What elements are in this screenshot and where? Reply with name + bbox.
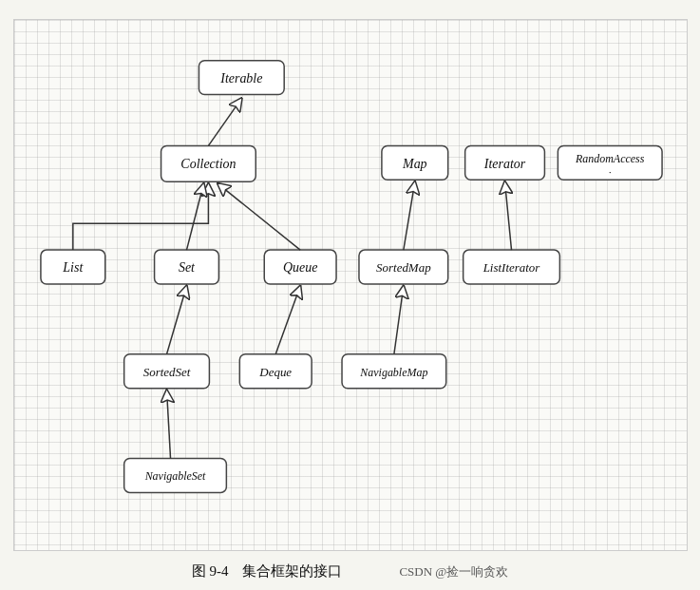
svg-line-31 xyxy=(186,183,203,250)
svg-text:SortedMap: SortedMap xyxy=(376,260,431,275)
svg-line-35 xyxy=(166,286,186,354)
svg-text:NavigableMap: NavigableMap xyxy=(359,366,427,379)
caption-text: 图 9-4 集合框架的接口 xyxy=(192,562,343,580)
svg-text:Iterator: Iterator xyxy=(482,157,525,171)
svg-line-38 xyxy=(166,390,170,459)
svg-text:Iterable: Iterable xyxy=(219,71,262,86)
svg-line-34 xyxy=(504,181,511,250)
svg-text:NavigableSet: NavigableSet xyxy=(143,469,205,483)
svg-text:Map: Map xyxy=(402,157,427,171)
diagram-svg: Iterable Collection List Set Queue Map I… xyxy=(14,20,687,550)
diagram-wrapper: Iterable Collection List Set Queue Map I… xyxy=(13,19,688,551)
figure-caption: 图 9-4 集合框架的接口 CSDN @捡一响贪欢 xyxy=(192,562,509,580)
svg-text:SortedSet: SortedSet xyxy=(142,365,190,379)
svg-text:Queue: Queue xyxy=(282,260,316,275)
svg-line-32 xyxy=(218,183,300,250)
caption-credit: CSDN @捡一响贪欢 xyxy=(399,563,508,580)
svg-text:List: List xyxy=(62,260,84,275)
figure-title: 集合框架的接口 xyxy=(242,563,342,579)
svg-line-37 xyxy=(393,286,403,354)
figure-number: 图 9-4 xyxy=(192,563,229,579)
svg-text:Collection: Collection xyxy=(180,157,236,171)
svg-text:RandomAccess: RandomAccess xyxy=(575,152,645,165)
svg-line-33 xyxy=(403,181,414,250)
svg-text:·: · xyxy=(608,166,611,178)
svg-line-30 xyxy=(208,99,241,146)
svg-text:Deque: Deque xyxy=(258,365,292,379)
page-container: Iterable Collection List Set Queue Map I… xyxy=(9,10,691,590)
svg-text:ListIterator: ListIterator xyxy=(482,260,540,275)
svg-line-36 xyxy=(275,286,300,354)
svg-text:Set: Set xyxy=(178,260,195,275)
